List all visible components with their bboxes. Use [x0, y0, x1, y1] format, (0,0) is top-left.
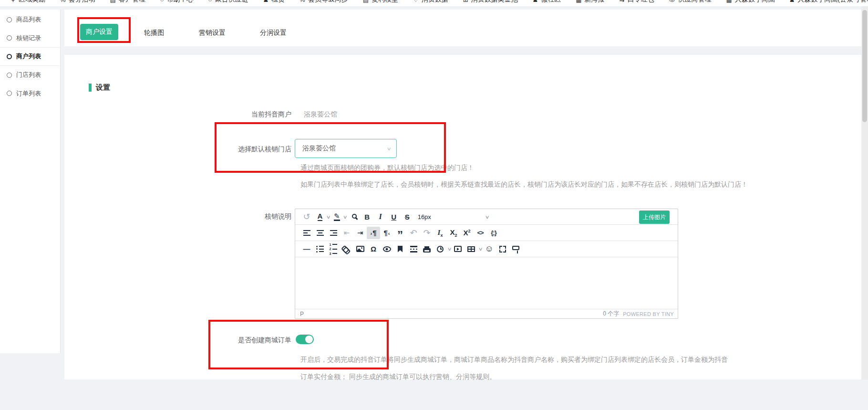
- format-painter-button[interactable]: [509, 243, 523, 255]
- search-replace-button[interactable]: [347, 210, 361, 223]
- print-button[interactable]: [420, 243, 434, 255]
- ltr-button[interactable]: ¶: [367, 227, 380, 239]
- redo-button[interactable]: ↷: [420, 227, 434, 239]
- restore-draft-button[interactable]: ↺: [300, 210, 313, 223]
- blockquote-button[interactable]: ”: [393, 227, 407, 239]
- tab-carousel[interactable]: 轮播图: [144, 29, 164, 37]
- bullet-list-button[interactable]: [313, 243, 327, 255]
- strikethrough-button[interactable]: S: [401, 210, 414, 223]
- rtl-button[interactable]: ¶: [380, 227, 393, 239]
- sidebar-item-order-list[interactable]: 订单列表: [0, 84, 60, 103]
- anchor-button[interactable]: [393, 243, 407, 255]
- user-icon: ♟: [789, 0, 795, 3]
- italic-button[interactable]: I: [374, 210, 387, 223]
- remove-format-button[interactable]: I: [434, 227, 447, 239]
- insert-table-button[interactable]: [465, 243, 478, 255]
- nav-item-meeting-activity[interactable]: %会务活动: [60, 0, 95, 4]
- douyin-merchant-value: 浴泉荟公馆: [304, 110, 337, 119]
- sidebar-item-store-list[interactable]: 门店列表: [0, 66, 60, 84]
- charmap-button[interactable]: Ω: [367, 243, 380, 255]
- scrollbar-track[interactable]: [861, 6, 868, 379]
- help-icon: ○: [160, 0, 164, 3]
- subscript-button[interactable]: X: [447, 227, 460, 239]
- undo-icon: ↶: [410, 228, 417, 238]
- code-sample-button[interactable]: {;}: [487, 227, 500, 239]
- tab-marketing-settings[interactable]: 营销设置: [199, 29, 226, 37]
- preview-button[interactable]: [380, 243, 393, 255]
- sidebar-item-merchant-list[interactable]: 商户列表: [0, 47, 60, 66]
- sidebar-item-verify-records[interactable]: 核销记录: [0, 29, 60, 48]
- font-size-value: 16px: [418, 213, 486, 221]
- undo-button[interactable]: ↶: [407, 227, 420, 239]
- remove-format-icon: I: [438, 228, 443, 238]
- store-help-text-1: 通过商城页面核销的团购券，默认核销门店为选中的门店！: [300, 164, 474, 172]
- numbered-list-button[interactable]: [327, 243, 340, 255]
- align-center-button[interactable]: [313, 227, 327, 239]
- ltr-paragraph-icon: ¶: [370, 229, 376, 237]
- text-color-button[interactable]: A: [313, 210, 327, 223]
- nav-item-micro-community[interactable]: ♟微社区: [533, 0, 561, 4]
- outdent-button[interactable]: ⇤: [340, 227, 353, 239]
- upload-image-button[interactable]: 上传图片: [639, 210, 670, 224]
- horizontal-rule-button[interactable]: —: [300, 243, 313, 255]
- insert-media-button[interactable]: [451, 243, 465, 255]
- indent-button[interactable]: ⇥: [353, 227, 367, 239]
- element-path[interactable]: P: [300, 311, 603, 317]
- nav-item-consumption-data[interactable]: ♡消费数据: [413, 0, 448, 4]
- verify-desc-label: 核销说明: [148, 212, 291, 221]
- code-icon: <>: [477, 229, 483, 236]
- scrollbar-thumb[interactable]: [862, 10, 867, 122]
- default-store-select[interactable]: 浴泉荟公馆 ∨: [295, 139, 397, 158]
- table-icon: [467, 246, 475, 252]
- nav-item-password-redpacket[interactable]: ⇆口令红包: [619, 0, 654, 4]
- tab-profit-settings[interactable]: 分润设置: [260, 29, 287, 37]
- tab-merchant-settings[interactable]: 商户设置: [80, 24, 118, 40]
- model-icon: ▤: [363, 0, 369, 3]
- align-right-button[interactable]: [327, 227, 340, 239]
- bold-button[interactable]: B: [361, 210, 374, 223]
- nav-item-region-reward[interactable]: Ψ区域奖励: [10, 0, 45, 4]
- rtl-paragraph-icon: ¶: [383, 229, 390, 237]
- supply-chain-icon: ○: [208, 0, 212, 3]
- sidebar: 商品列表 核销记录 商户列表 门店列表 订单列表: [0, 10, 61, 353]
- eye-icon: [383, 246, 391, 252]
- rich-text-editor: ↺ A ∨ ✎ ∨ B I U S 16px ∨ 上传图片 ⇤: [295, 209, 678, 319]
- insert-image-button[interactable]: [353, 243, 367, 255]
- nav-item-bonus-pool[interactable]: ⊞消费数据奖金池: [463, 0, 518, 4]
- sidebar-item-product-list[interactable]: 商品列表: [0, 11, 60, 29]
- insert-datetime-button[interactable]: [434, 243, 447, 255]
- emoji-button[interactable]: ☺: [483, 243, 496, 255]
- circle-icon: [7, 17, 12, 22]
- media-play-icon: [454, 246, 462, 252]
- create-order-toggle[interactable]: [296, 335, 314, 344]
- account-admin[interactable]: ♟兴森数字商圈(公众号管理员): [789, 0, 868, 4]
- powered-by-tiny[interactable]: POWERED BY TINY: [623, 311, 674, 317]
- nav-item-compound-model[interactable]: ▤复利模型: [363, 0, 398, 4]
- account-merchant-circle[interactable]: ▦兴森数字商圈: [726, 0, 775, 4]
- image-icon: ▦: [576, 0, 581, 3]
- page-break-button[interactable]: [407, 243, 420, 255]
- nav-item-member-level-sync[interactable]: %会员等级同步: [300, 0, 348, 4]
- nav-item-customer-mgmt[interactable]: ▤客户管理: [110, 0, 145, 4]
- font-size-select[interactable]: 16px ∨: [418, 213, 489, 221]
- editor-toolbar-row-1: ↺ A ∨ ✎ ∨ B I U S 16px ∨ 上传图片: [295, 209, 678, 225]
- highlight-color-button[interactable]: ✎: [330, 210, 343, 223]
- nav-item-rental[interactable]: ♟租赁: [263, 0, 285, 4]
- top-navbar: Ψ区域奖励 %会务活动 ▤客户管理 ○帮助中心 ○聚合供应链 ♟租赁 %会员等级…: [0, 0, 868, 6]
- settings-panel: 设置 当前抖音商户 浴泉荟公馆 选择默认核销门店 浴泉荟公馆 ∨ 通过商城页面核…: [64, 55, 861, 379]
- page: Ψ区域奖励 %会务活动 ▤客户管理 ○帮助中心 ○聚合供应链 ♟租赁 %会员等级…: [0, 0, 868, 410]
- underline-icon: U: [391, 213, 396, 221]
- fullscreen-button[interactable]: [496, 243, 509, 255]
- align-left-button[interactable]: [300, 227, 313, 239]
- nav-item-supply-chain[interactable]: ○聚合供应链: [208, 0, 248, 4]
- nav-item-help-center[interactable]: ○帮助中心: [160, 0, 194, 4]
- nav-item-supplier-mgmt[interactable]: Ⓢ供应商管理: [669, 0, 711, 4]
- superscript-button[interactable]: X: [460, 227, 474, 239]
- link-button[interactable]: [340, 243, 353, 255]
- bookmark-icon: [398, 246, 403, 252]
- underline-button[interactable]: U: [387, 210, 401, 223]
- nav-item-new-poster[interactable]: ▦新海报: [576, 0, 604, 4]
- douyin-merchant-label: 当前抖音商户: [148, 110, 291, 119]
- code-button[interactable]: <>: [474, 227, 487, 239]
- editor-content-area[interactable]: [295, 257, 678, 309]
